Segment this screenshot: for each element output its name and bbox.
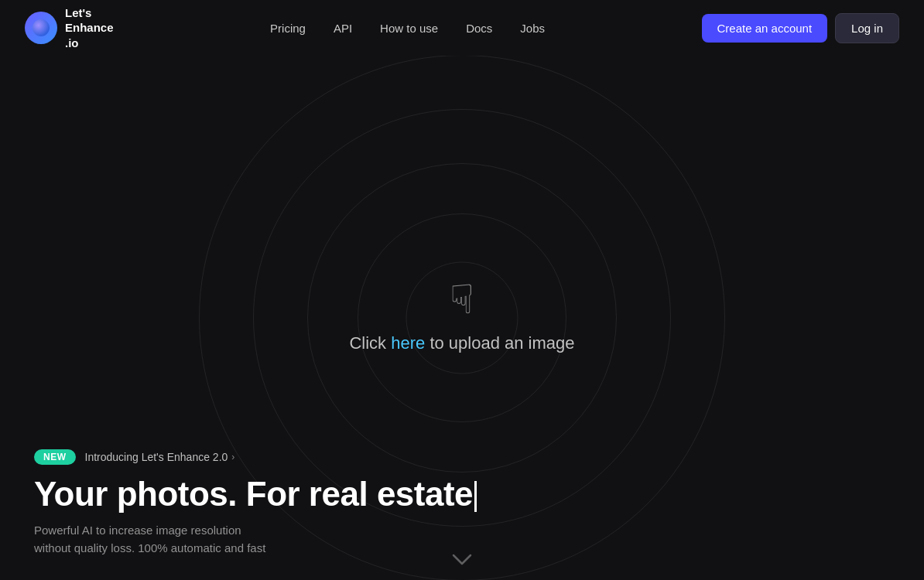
create-account-button[interactable]: Create an account	[702, 14, 828, 43]
hero-section: ☟ Click here to upload an image NEW Intr…	[0, 56, 924, 580]
logo[interactable]: Let'sEnhance.io	[25, 5, 114, 51]
chevron-right-icon: ›	[231, 452, 234, 462]
login-button[interactable]: Log in	[835, 13, 899, 43]
introducing-row: NEW Introducing Let's Enhance 2.0 ›	[34, 449, 890, 465]
hero-subtitle: Powerful AI to increase image resolution…	[34, 521, 359, 558]
logo-icon	[25, 12, 57, 44]
logo-text: Let'sEnhance.io	[65, 5, 114, 51]
scroll-down-arrow[interactable]	[452, 554, 472, 566]
upload-text-before: Click	[349, 333, 391, 353]
upload-text-after: to upload an image	[425, 333, 574, 353]
hand-pointer-icon: ☟	[450, 279, 474, 319]
upload-here-link[interactable]: here	[391, 333, 425, 353]
new-badge: NEW	[34, 449, 76, 465]
nav-how-to-use[interactable]: How to use	[380, 22, 438, 35]
upload-instruction: Click here to upload an image	[349, 333, 574, 353]
hero-title: Your photos. For real estate	[34, 476, 890, 513]
nav-pricing[interactable]: Pricing	[270, 22, 306, 35]
nav-api[interactable]: API	[334, 22, 352, 35]
nav-actions: Create an account Log in	[702, 13, 899, 43]
navbar: Let'sEnhance.io Pricing API How to use D…	[0, 0, 924, 56]
cursor-blink	[474, 481, 477, 512]
svg-point-0	[33, 19, 50, 36]
nav-links: Pricing API How to use Docs Jobs	[270, 22, 545, 35]
introducing-text[interactable]: Introducing Let's Enhance 2.0 ›	[85, 451, 235, 463]
chevron-down-icon	[452, 554, 472, 566]
upload-zone[interactable]: ☟ Click here to upload an image	[349, 279, 574, 353]
nav-jobs[interactable]: Jobs	[520, 22, 545, 35]
hero-bottom-content: NEW Introducing Let's Enhance 2.0 › Your…	[34, 449, 890, 557]
nav-docs[interactable]: Docs	[466, 22, 492, 35]
